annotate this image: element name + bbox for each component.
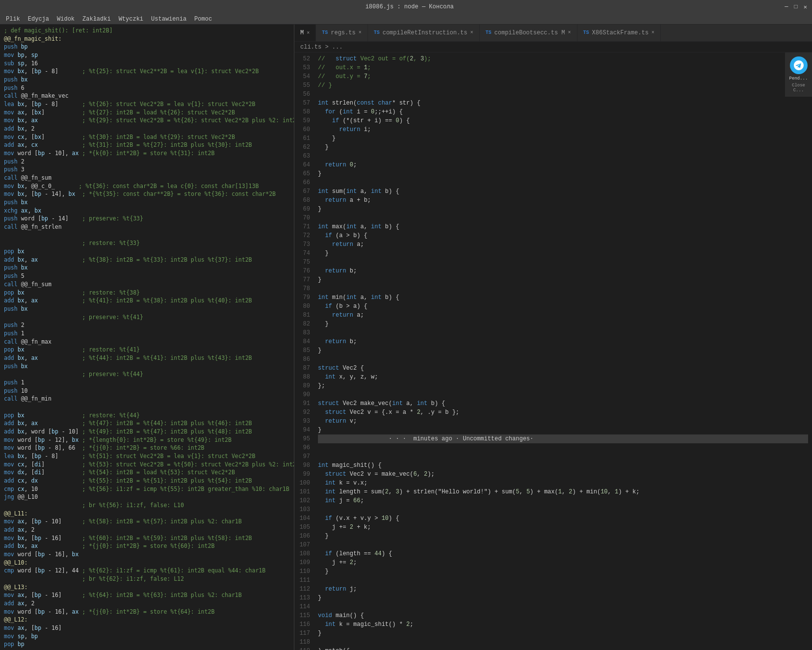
menu-item-zakładki[interactable]: Zakładki	[79, 15, 115, 24]
tab-compileRetInstruction.ts[interactable]: TScompileRetInstruction.ts×	[368, 25, 480, 41]
maximize-button[interactable]: □	[794, 3, 798, 11]
tab-close-icon[interactable]: ×	[359, 30, 362, 35]
menu-item-widok[interactable]: Widok	[53, 15, 79, 24]
assembly-code: ; def magic_shit(): [ret: int2B] @@_fn_m…	[0, 25, 294, 650]
left-panel-assembly[interactable]: ; def magic_shit(): [ret: int2B] @@_fn_m…	[0, 25, 294, 650]
tab-label: X86StackFrame.ts	[592, 29, 649, 36]
menu-item-ustawienia[interactable]: Ustawienia	[147, 15, 190, 24]
tab-label: M	[300, 29, 304, 36]
menu-item-pomoc[interactable]: Pomoc	[190, 15, 216, 24]
window-controls[interactable]: — □ ✕	[785, 3, 807, 11]
tab-close-icon[interactable]: ×	[652, 30, 655, 35]
menu-item-edycja[interactable]: Edycja	[24, 15, 53, 24]
menu-bar: PlikEdycjaWidokZakładkiWtyczkiUstawienia…	[0, 14, 812, 25]
tab-M[interactable]: M×	[294, 25, 316, 41]
tab-bar: M×TSregs.ts×TScompileRetInstruction.ts×T…	[294, 25, 812, 42]
ts-file-icon: TS	[486, 30, 492, 35]
tab-close-icon[interactable]: ×	[471, 30, 473, 35]
telegram-icon[interactable]	[790, 56, 808, 74]
close-button[interactable]: ✕	[804, 3, 807, 11]
menu-item-plik[interactable]: Plik	[2, 15, 24, 24]
telegram-panel: Pend... Close C...	[785, 53, 812, 97]
ts-file-icon: TS	[583, 30, 589, 35]
source-code-area[interactable]: 52 53 54 55 56 57 58 59 60 61 62 63 64 6…	[294, 53, 812, 650]
tab-X86StackFrame.ts[interactable]: TSX86StackFrame.ts×	[577, 25, 661, 41]
tab-label: compileRetInstruction.ts	[383, 29, 468, 36]
tab-close-icon[interactable]: ×	[568, 30, 571, 35]
tab-label: regs.ts	[331, 29, 355, 36]
source-code-content: // struct Vec2 out = of(2, 3); // out.x …	[314, 53, 812, 650]
window-title: i8086.js : node — Консола	[34, 3, 785, 10]
minimize-button[interactable]: —	[785, 3, 788, 11]
tab-regs.ts[interactable]: TSregs.ts×	[316, 25, 367, 41]
tab-compileBootsecc.ts[interactable]: TScompileBootsecc.ts M×	[480, 25, 577, 41]
menu-item-wtyczki[interactable]: Wtyczki	[115, 15, 147, 24]
tab-close-icon[interactable]: ×	[307, 30, 310, 36]
breadcrumb: cli.ts > ...	[294, 42, 812, 53]
main-layout: ; def magic_shit(): [ret: int2B] @@_fn_m…	[0, 25, 812, 650]
title-bar: i8086.js : node — Консола — □ ✕	[0, 0, 812, 14]
telegram-sublabel: Close C...	[789, 83, 808, 93]
tab-label: compileBootsecc.ts M	[495, 29, 565, 36]
right-panel-source: M×TSregs.ts×TScompileRetInstruction.ts×T…	[294, 25, 812, 650]
telegram-label: Pend...	[789, 76, 808, 81]
line-numbers: 52 53 54 55 56 57 58 59 60 61 62 63 64 6…	[294, 53, 314, 650]
ts-file-icon: TS	[374, 30, 380, 35]
ts-file-icon: TS	[322, 30, 328, 35]
